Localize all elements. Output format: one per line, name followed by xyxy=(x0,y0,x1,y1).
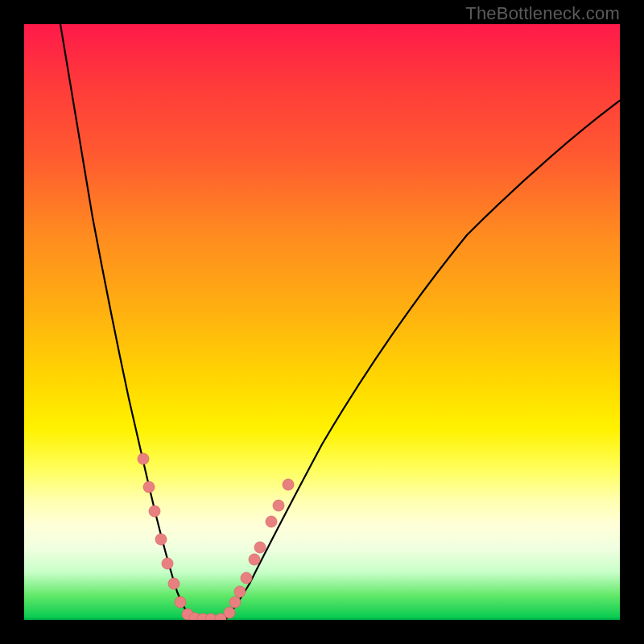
data-marker xyxy=(249,554,260,565)
marker-group-bottom xyxy=(189,613,226,620)
data-marker xyxy=(229,597,241,608)
data-marker xyxy=(168,578,180,589)
marker-group-left xyxy=(138,453,193,620)
data-marker xyxy=(266,516,277,527)
data-marker xyxy=(234,586,246,597)
left-curve xyxy=(60,24,193,620)
data-marker xyxy=(143,481,155,493)
data-marker xyxy=(175,597,186,608)
data-marker xyxy=(273,500,284,511)
data-marker xyxy=(224,607,235,618)
data-marker xyxy=(155,534,167,545)
data-marker xyxy=(241,572,252,584)
data-marker xyxy=(283,479,294,490)
data-marker xyxy=(254,542,266,553)
watermark-text: TheBottleneck.com xyxy=(465,3,620,24)
chart-svg xyxy=(24,24,620,620)
data-marker xyxy=(162,558,173,569)
chart-frame: TheBottleneck.com xyxy=(0,0,644,644)
data-marker xyxy=(149,506,160,517)
right-curve xyxy=(225,101,620,620)
data-marker xyxy=(138,453,149,464)
marker-group-right xyxy=(224,479,294,618)
